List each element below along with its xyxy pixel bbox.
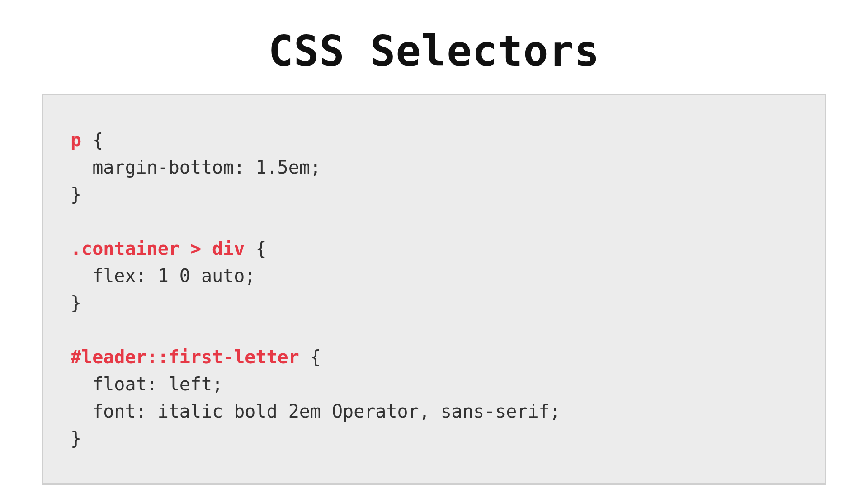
rule-3b: font: italic bold 2em Operator, sans-ser… xyxy=(71,401,561,422)
code-block: p { margin-bottom: 1.5em; } .container >… xyxy=(42,94,826,485)
code-content: p { margin-bottom: 1.5em; } .container >… xyxy=(71,127,797,452)
selector-1: p xyxy=(71,130,81,150)
rule-1: margin-bottom: 1.5em; xyxy=(71,157,321,178)
brace-close-2: } xyxy=(71,292,81,313)
selector-3: #leader::first-letter xyxy=(71,347,299,367)
rule-3a: float: left; xyxy=(71,374,223,394)
rule-2: flex: 1 0 auto; xyxy=(71,265,255,286)
brace-close-3: } xyxy=(71,428,81,449)
slide-title: CSS Selectors xyxy=(268,27,599,75)
brace-open-3: { xyxy=(299,347,321,367)
selector-2: .container > div xyxy=(71,238,245,259)
brace-close-1: } xyxy=(71,184,81,205)
brace-open-1: { xyxy=(81,130,103,150)
slide: CSS Selectors p { margin-bottom: 1.5em; … xyxy=(0,0,868,488)
brace-open-2: { xyxy=(245,238,266,259)
